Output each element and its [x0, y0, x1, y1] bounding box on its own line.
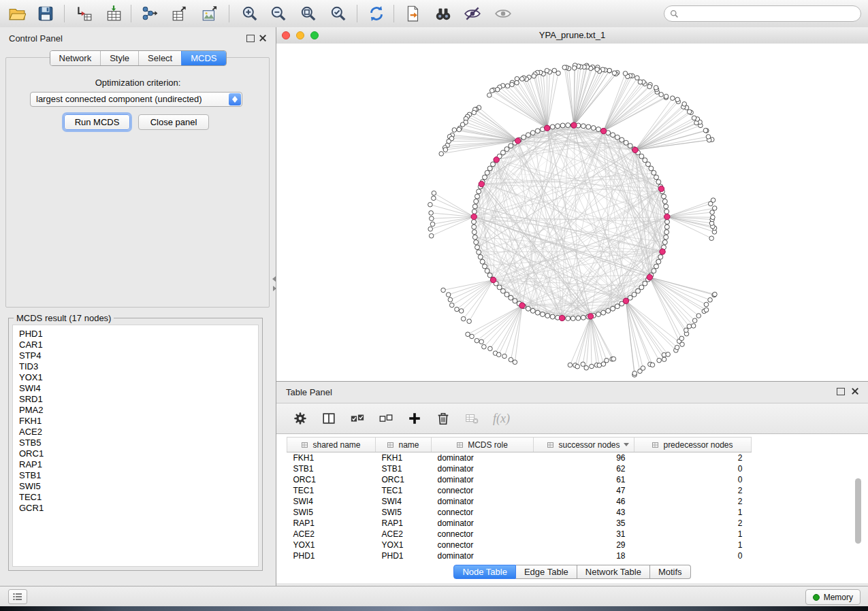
binoculars-icon: [434, 5, 452, 22]
open-session-button[interactable]: [4, 2, 30, 25]
column-shared-name[interactable]: shared name: [287, 437, 376, 452]
desktop-background: [0, 606, 868, 611]
export-network-button[interactable]: [137, 2, 163, 25]
mcds-node-item[interactable]: ORC1: [19, 448, 258, 459]
mcds-node-item[interactable]: STP4: [19, 350, 258, 361]
tab-edge-table[interactable]: Edge Table: [516, 565, 577, 579]
column-mcds-role[interactable]: MCDS role: [432, 437, 534, 452]
mcds-node-item[interactable]: RAP1: [19, 459, 258, 470]
mcds-result-group: MCDS result (17 nodes) PHD1CAR1STP4TID3Y…: [8, 318, 263, 571]
refresh-icon: [368, 5, 385, 22]
tab-select[interactable]: Select: [138, 51, 181, 65]
mcds-node-item[interactable]: SWI4: [19, 383, 258, 394]
node-table-body: FKH1FKH1dominator962STB1STB1dominator620…: [287, 452, 853, 562]
export-table-button[interactable]: [167, 2, 193, 25]
import-network-button[interactable]: [71, 2, 97, 25]
import-network-icon: [75, 5, 93, 22]
mcds-node-item[interactable]: GCR1: [19, 503, 258, 514]
delete-column-button[interactable]: [434, 410, 452, 427]
mcds-node-item[interactable]: FKH1: [19, 416, 258, 427]
tab-node-table[interactable]: Node Table: [453, 565, 516, 579]
control-panel: Control Panel Network Style Select MCDS …: [0, 27, 276, 587]
table-header-row: shared name name MCDS role successor nod…: [287, 437, 853, 452]
show-column-button[interactable]: [320, 410, 338, 427]
apply-layout-button[interactable]: [364, 2, 389, 25]
mcds-node-item[interactable]: TEC1: [19, 492, 258, 503]
status-bar: Memory: [0, 586, 868, 606]
table-row[interactable]: RAP1RAP1dominator352: [287, 518, 853, 529]
table-row[interactable]: STB1STB1dominator620: [287, 463, 853, 474]
table-row[interactable]: TEC1TEC1connector472: [287, 485, 853, 496]
tab-mcds[interactable]: MCDS: [181, 51, 225, 65]
table-row[interactable]: FKH1FKH1dominator962: [287, 452, 853, 464]
table-row[interactable]: ORC1ORC1dominator610: [287, 474, 853, 485]
criterion-select-value: largest connected component (undirected): [36, 94, 202, 104]
export-document-button[interactable]: [400, 2, 426, 25]
close-panel-button[interactable]: Close panel: [138, 114, 209, 130]
export-image-button[interactable]: [197, 2, 223, 25]
delete-table-button[interactable]: [463, 410, 481, 427]
import-table-button[interactable]: [101, 2, 127, 25]
tab-network[interactable]: Network: [50, 51, 100, 65]
column-name[interactable]: name: [376, 437, 432, 452]
column-predecessor-nodes[interactable]: predecessor nodes: [634, 437, 752, 452]
mcds-result-list: PHD1CAR1STP4TID3YOX1SWI4SRD1PMA2FKH1ACE2…: [12, 325, 259, 567]
network-canvas[interactable]: [276, 44, 868, 382]
toolbar-separator: [131, 5, 131, 22]
mcds-node-item[interactable]: SWI5: [19, 481, 258, 492]
add-column-button[interactable]: [406, 410, 423, 427]
mcds-node-item[interactable]: STB5: [19, 437, 258, 448]
column-successor-nodes[interactable]: successor nodes: [534, 437, 634, 452]
mcds-node-item[interactable]: ACE2: [19, 427, 258, 437]
mcds-node-item[interactable]: TID3: [19, 361, 258, 372]
optimization-criterion-label: Optimization criterion:: [0, 78, 276, 88]
select-all-button[interactable]: [349, 410, 366, 427]
search-network-button[interactable]: [430, 2, 456, 25]
float-table-panel-icon[interactable]: [837, 388, 845, 395]
criterion-select[interactable]: largest connected component (undirected): [30, 92, 242, 107]
network-graph[interactable]: [276, 44, 868, 381]
run-mcds-button[interactable]: Run MCDS: [64, 114, 130, 130]
table-row[interactable]: SWI4SWI4dominator462: [287, 496, 853, 507]
column-filler: [752, 437, 853, 452]
unselect-all-button[interactable]: [377, 410, 395, 427]
hide-graphics-details-button[interactable]: [460, 2, 485, 25]
float-panel-icon[interactable]: [246, 35, 255, 42]
table-row[interactable]: ACE2ACE2connector311: [287, 529, 853, 540]
function-builder-button[interactable]: f(x): [493, 412, 510, 426]
zoom-in-button[interactable]: [237, 2, 263, 25]
table-settings-button[interactable]: [291, 410, 309, 427]
network-view-titlebar: YPA_prune.txt_1: [276, 27, 868, 44]
table-row[interactable]: SWI5SWI5connector431: [287, 507, 853, 518]
close-panel-icon[interactable]: [259, 34, 266, 42]
zoom-out-button[interactable]: [266, 2, 291, 25]
tab-motifs[interactable]: Motifs: [650, 565, 691, 579]
zoom-in-icon: [241, 5, 259, 22]
eye-slash-icon: [464, 5, 481, 22]
table-scrollbar-thumb[interactable]: [855, 478, 861, 544]
task-history-button[interactable]: [8, 589, 27, 604]
save-session-button[interactable]: [33, 2, 59, 25]
zoom-selected-button[interactable]: [325, 2, 351, 25]
table-panel-title: Table Panel: [286, 387, 332, 397]
memory-button[interactable]: Memory: [805, 589, 861, 605]
search-input[interactable]: [679, 6, 861, 21]
table-toolbar: f(x): [276, 403, 868, 434]
mcds-node-item[interactable]: CAR1: [19, 340, 258, 350]
mcds-node-item[interactable]: PMA2: [19, 405, 258, 416]
close-table-panel-icon[interactable]: [851, 387, 858, 395]
zoom-fit-button[interactable]: [295, 2, 321, 25]
table-row[interactable]: YOX1YOX1connector291: [287, 540, 853, 550]
mcds-node-item[interactable]: SRD1: [19, 394, 258, 405]
tab-network-table[interactable]: Network Table: [577, 565, 650, 579]
document-share-icon: [404, 5, 422, 22]
mcds-node-item[interactable]: PHD1: [19, 329, 258, 340]
tab-style[interactable]: Style: [100, 51, 138, 65]
network-and-table-area: YPA_prune.txt_1 Table Panel: [276, 27, 868, 587]
mcds-node-item[interactable]: STB1: [19, 470, 258, 481]
show-graphics-details-button[interactable]: [490, 2, 516, 25]
toolbar-separator: [357, 5, 357, 22]
list-icon: [13, 593, 22, 601]
mcds-node-item[interactable]: YOX1: [19, 372, 258, 383]
table-row[interactable]: PHD1PHD1dominator180: [287, 550, 853, 561]
